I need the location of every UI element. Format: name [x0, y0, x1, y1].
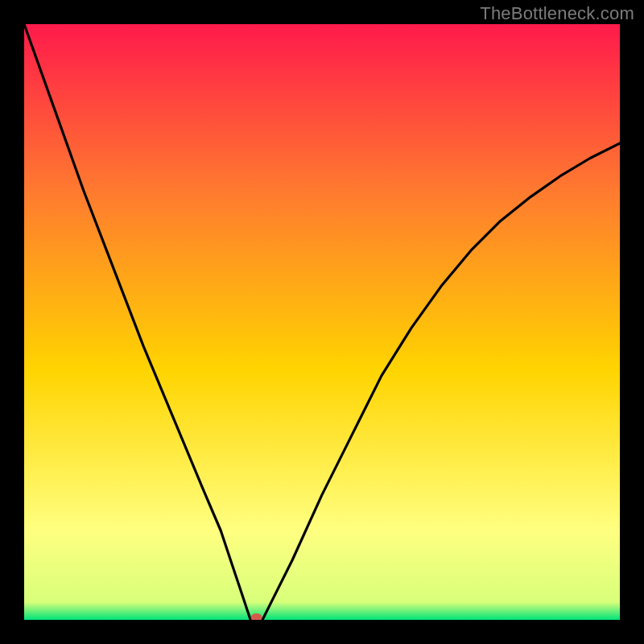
gradient-background [24, 24, 620, 620]
chart-stage: TheBottleneck.com [0, 0, 644, 644]
watermark-text: TheBottleneck.com [480, 3, 634, 24]
plot-area [24, 24, 620, 620]
chart-svg [24, 24, 620, 620]
